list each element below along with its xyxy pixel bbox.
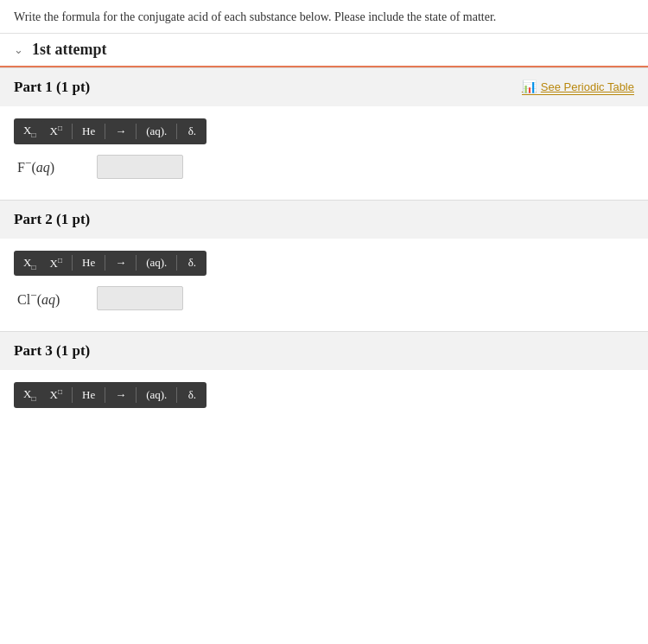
periodic-table-link[interactable]: 📊 See Periodic Table	[522, 80, 634, 95]
subscript-button[interactable]: X□	[17, 121, 42, 142]
arrow-button-3[interactable]: →	[109, 386, 132, 405]
part-1-formula-row: F−(aq)	[14, 155, 634, 179]
periodic-table-icon: 📊	[522, 80, 537, 93]
part-2-toolbar: X□ X□ He → (aq). δ.	[14, 251, 206, 277]
toolbar-divider-2-4	[176, 255, 177, 271]
part-1-title: Part 1 (1 pt)	[14, 79, 90, 96]
part-2-content: X□ X□ He → (aq). δ. Cl−(aq)	[0, 239, 648, 332]
arrow-button[interactable]: →	[109, 122, 132, 141]
subscript-button-2[interactable]: X□	[17, 253, 42, 274]
part-3-toolbar: X□ X□ He → (aq). δ.	[14, 382, 206, 408]
element-button[interactable]: He	[76, 122, 101, 141]
part-2-formula-label: Cl−(aq)	[17, 289, 86, 308]
superscript-button-2[interactable]: X□	[44, 253, 69, 273]
aq-button-2[interactable]: (aq).	[140, 253, 173, 272]
delta-button-3[interactable]: δ.	[181, 386, 203, 405]
toolbar-divider-3-2	[105, 387, 105, 403]
toolbar-divider-2-1	[72, 255, 73, 271]
attempt-label: 1st attempt	[32, 41, 106, 59]
instruction-text: Write the formula for the conjugate acid…	[0, 0, 648, 34]
element-button-3[interactable]: He	[76, 386, 101, 405]
part-1-toolbar: X□ X□ He → (aq). δ.	[14, 118, 206, 144]
instruction-content: Write the formula for the conjugate acid…	[14, 10, 496, 23]
part-2: Part 2 (1 pt) X□ X□ He → (aq). δ. Cl−(aq…	[0, 200, 648, 332]
toolbar-divider-3-3	[136, 387, 137, 403]
part-1-formula-label: F−(aq)	[17, 156, 86, 175]
toolbar-divider-2-2	[105, 255, 105, 271]
arrow-button-2[interactable]: →	[109, 253, 132, 272]
part-2-header: Part 2 (1 pt)	[0, 200, 648, 239]
toolbar-divider-3-1	[72, 387, 73, 403]
superscript-button[interactable]: X□	[44, 121, 69, 141]
aq-button-3[interactable]: (aq).	[140, 386, 173, 405]
periodic-table-link-label: See Periodic Table	[541, 80, 634, 93]
chevron-down-icon[interactable]: ⌄	[14, 43, 23, 57]
attempt-row: ⌄ 1st attempt	[0, 34, 648, 67]
part-3-title: Part 3 (1 pt)	[14, 342, 90, 360]
toolbar-divider-4	[176, 124, 177, 139]
aq-button[interactable]: (aq).	[140, 122, 173, 141]
part-2-answer-input[interactable]	[97, 286, 183, 310]
part-2-formula-row: Cl−(aq)	[14, 286, 634, 310]
part-1-content: X□ X□ He → (aq). δ. F−(aq)	[0, 106, 648, 200]
part-3-content: X□ X□ He → (aq). δ.	[0, 370, 648, 439]
toolbar-divider-2	[105, 124, 105, 139]
element-button-2[interactable]: He	[76, 253, 101, 272]
part-1-header: Part 1 (1 pt) 📊 See Periodic Table	[0, 67, 648, 106]
toolbar-divider-3	[136, 124, 137, 139]
toolbar-divider-3-4	[176, 387, 177, 403]
part-1: Part 1 (1 pt) 📊 See Periodic Table X□ X□…	[0, 67, 648, 200]
part-2-title: Part 2 (1 pt)	[14, 211, 90, 228]
toolbar-divider-2-3	[136, 255, 137, 271]
part-1-answer-input[interactable]	[97, 155, 183, 179]
part-3-header: Part 3 (1 pt)	[0, 331, 648, 370]
part-3: Part 3 (1 pt) X□ X□ He → (aq). δ.	[0, 331, 648, 439]
delta-button-2[interactable]: δ.	[181, 253, 203, 272]
toolbar-divider-1	[72, 124, 73, 139]
superscript-button-3[interactable]: X□	[44, 385, 69, 405]
subscript-button-3[interactable]: X□	[17, 385, 42, 405]
delta-button[interactable]: δ.	[181, 122, 203, 141]
